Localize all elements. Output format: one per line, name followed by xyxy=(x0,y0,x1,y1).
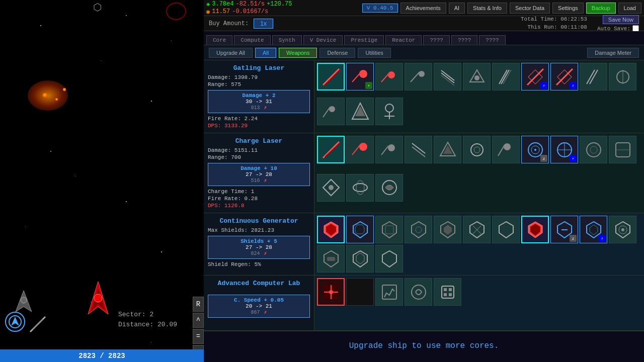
icon-gen-r2-6[interactable] xyxy=(375,245,403,273)
tab-q3[interactable]: ???? xyxy=(479,35,505,45)
icon-charge-r2-1[interactable]: ⚡ xyxy=(550,136,578,163)
tab-vdevice[interactable]: V Device xyxy=(303,35,343,45)
svg-line-44 xyxy=(352,145,360,155)
svg-line-24 xyxy=(501,70,509,84)
icon-gatling-r2-1[interactable]: ⚡ xyxy=(550,63,578,90)
icon-comp-3[interactable] xyxy=(405,278,432,306)
icon-gen-2[interactable] xyxy=(375,216,403,243)
icon-gen-r2-4[interactable] xyxy=(317,245,345,273)
gatling-upgrade-box[interactable]: Damage + 2 30 -> 31 913 ✗ xyxy=(208,90,310,113)
icon-comp-2[interactable] xyxy=(375,278,403,306)
icon-gatling-1[interactable]: ⚡ xyxy=(346,63,374,90)
icon-charge-4[interactable] xyxy=(434,136,461,163)
svg-marker-6 xyxy=(11,317,19,326)
tab-q2[interactable]: ???? xyxy=(451,35,477,45)
icon-gatling-r2-4[interactable] xyxy=(317,98,345,125)
nav-up[interactable]: ^ xyxy=(193,313,204,328)
icon-comp-1[interactable] xyxy=(346,278,374,306)
icon-comp-4[interactable] xyxy=(434,278,461,306)
svg-rect-107 xyxy=(444,293,447,296)
upgrade-all-button[interactable]: Upgrade All xyxy=(209,48,253,58)
tab-reactor[interactable]: Reactor xyxy=(385,35,422,45)
svg-marker-76 xyxy=(412,222,426,238)
nav-eq[interactable]: = xyxy=(193,329,204,344)
sector-data-button[interactable]: Sector Data xyxy=(510,3,550,14)
computer-icons xyxy=(314,276,644,330)
svg-rect-104 xyxy=(442,286,454,298)
generator-regen: Shield Regen: 5% xyxy=(208,261,310,267)
icon-charge-r2-0[interactable]: i xyxy=(521,136,549,163)
tab-core[interactable]: Core xyxy=(206,35,232,45)
icon-charge-6[interactable] xyxy=(492,136,520,163)
icon-gatling-r2-2[interactable] xyxy=(580,63,607,90)
icon-charge-2[interactable] xyxy=(375,136,403,163)
icon-gen-3[interactable] xyxy=(405,216,432,243)
nav-r[interactable]: R xyxy=(193,297,204,312)
icon-gatling-r2-6[interactable] xyxy=(375,98,403,125)
icon-gatling-4[interactable] xyxy=(434,63,461,90)
icon-gatling-3[interactable] xyxy=(405,63,432,90)
icon-gen-r2-1[interactable]: i xyxy=(550,216,578,243)
icon-charge-r2-6[interactable] xyxy=(375,174,403,202)
icon-comp-0[interactable] xyxy=(317,278,345,306)
filter-defense-button[interactable]: Defense xyxy=(319,48,355,58)
stats-info-button[interactable]: Stats & Info xyxy=(467,3,507,14)
icon-charge-5[interactable] xyxy=(463,136,491,163)
icon-gatling-6[interactable] xyxy=(492,63,520,90)
icon-gen-r2-0[interactable] xyxy=(521,216,549,243)
filter-utilities-button[interactable]: Utilities xyxy=(358,48,390,58)
icon-charge-r2-3[interactable] xyxy=(609,136,636,163)
icon-gen-6[interactable] xyxy=(492,216,520,243)
achievements-button[interactable]: Achievements xyxy=(400,3,446,14)
icon-charge-r2-4[interactable] xyxy=(317,174,345,202)
icon-gatling-r2-0[interactable]: ⚡ xyxy=(521,63,549,90)
tab-compute[interactable]: Compute xyxy=(234,35,270,45)
icon-gen-1[interactable] xyxy=(346,216,374,243)
icon-gen-0[interactable] xyxy=(317,216,345,243)
icon-charge-1[interactable] xyxy=(346,136,374,163)
icon-gen-5[interactable] xyxy=(463,216,491,243)
icon-gatling-5[interactable] xyxy=(463,63,491,90)
settings-button[interactable]: Settings xyxy=(552,3,584,14)
computer-upgrade-name: C. Speed + 0.05 xyxy=(212,297,305,303)
svg-point-57 xyxy=(534,149,536,151)
icon-gatling-2[interactable] xyxy=(375,63,403,90)
backup-button[interactable]: Backup xyxy=(586,3,616,14)
filter-all-button[interactable]: All xyxy=(255,48,276,58)
space-panel: ⬡ Sector: 2 Distance: 20.09 R ^ = v xyxy=(0,0,204,362)
icon-gatling-r2-3[interactable] xyxy=(609,63,636,90)
tab-prestige[interactable]: Prestige xyxy=(344,35,384,45)
svg-point-38 xyxy=(385,104,393,112)
svg-point-67 xyxy=(353,184,367,192)
ai-button[interactable]: AI xyxy=(449,3,465,14)
icon-charge-0[interactable] xyxy=(317,136,345,163)
icon-gen-r2-3[interactable] xyxy=(609,216,636,243)
svg-point-68 xyxy=(356,180,364,195)
charge-upgrade-box[interactable]: Damage + 10 27 -> 28 516 ✗ xyxy=(208,163,310,186)
filter-weapons-button[interactable]: Weapons xyxy=(279,48,317,58)
generator-upgrade-box[interactable]: Shields + 5 27 -> 28 824 ✗ xyxy=(208,236,310,259)
top-bar: ◈ 3.78e4 -82.51/s +120.75 ◉ 11.57 -0.016… xyxy=(204,0,644,16)
icon-charge-r2-2[interactable] xyxy=(580,136,607,163)
tab-synth[interactable]: Synth xyxy=(272,35,302,45)
generator-upgrade-val: 27 -> 28 xyxy=(212,244,305,250)
content-area: Gatling Laser Damage: 1398.79 Range: 575… xyxy=(204,60,644,362)
icon-gatling-0[interactable] xyxy=(317,63,345,90)
damage-meter-button[interactable]: Damage Meter xyxy=(587,48,639,58)
svg-point-14 xyxy=(388,71,395,78)
icon-gen-r2-2[interactable]: ⚡ xyxy=(580,216,607,243)
icon-gen-4[interactable] xyxy=(434,216,461,243)
load-button[interactable]: Load xyxy=(618,3,641,14)
bottom-message: Upgrade ship to use more cores. xyxy=(204,331,644,360)
charge-upgrade-val: 27 -> 28 xyxy=(212,171,305,177)
buy-amount-button[interactable]: 1x xyxy=(254,19,273,29)
computer-upgrade-box[interactable]: C. Speed + 0.05 20 -> 21 867 ✗ xyxy=(208,295,310,318)
icon-charge-r2-5[interactable] xyxy=(346,174,374,202)
icon-gen-r2-5[interactable] xyxy=(346,245,374,273)
stat2-val: 11.57 xyxy=(212,8,230,15)
save-now-button[interactable]: Save Now xyxy=(603,15,639,24)
icon-gatling-r2-5[interactable] xyxy=(346,98,374,125)
tab-q1[interactable]: ???? xyxy=(423,35,449,45)
charge-icons: i ⚡ xyxy=(314,133,644,213)
icon-charge-3[interactable] xyxy=(405,136,432,163)
